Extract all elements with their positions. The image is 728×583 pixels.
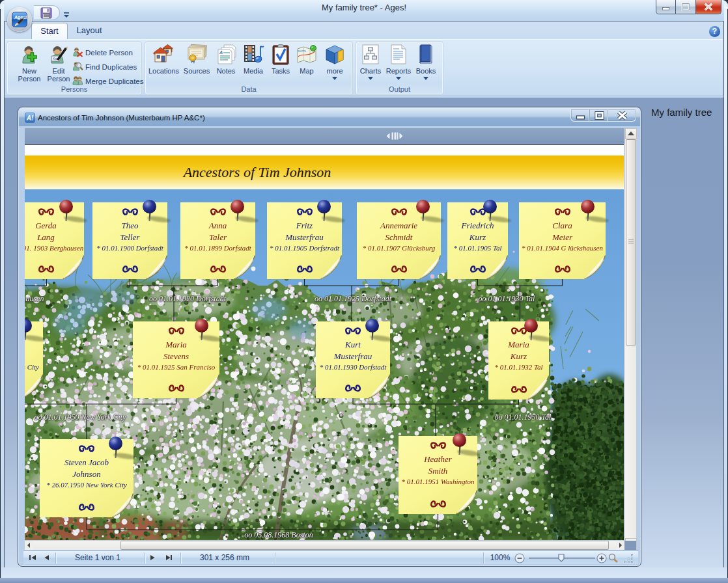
- svg-text:Ages!: Ages!: [14, 15, 27, 20]
- svg-text:A: A: [219, 50, 223, 55]
